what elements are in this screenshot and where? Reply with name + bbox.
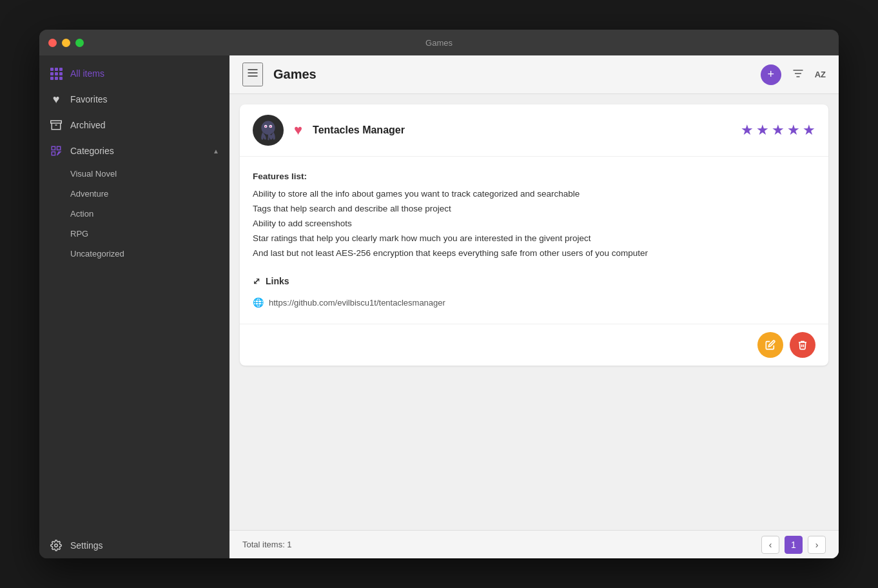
sidebar-item-uncategorized[interactable]: Uncategorized [39, 244, 229, 264]
categories-sub-items: Visual Novel Adventure Action RPG Uncate… [39, 164, 229, 264]
titlebar: Games [39, 30, 839, 55]
svg-point-12 [265, 126, 266, 127]
categories-label: Categories [70, 146, 205, 156]
links-label: Links [266, 274, 289, 289]
app-window: Games All items ♥ Favori [39, 30, 839, 558]
share-icon: ⤢ [253, 274, 260, 289]
feature-1: Ability to store all the info about game… [253, 187, 815, 202]
prev-page-button[interactable]: ‹ [761, 536, 779, 554]
sort-icon[interactable]: AZ [815, 70, 826, 79]
sidebar-sub-item-label: Uncategorized [70, 249, 124, 259]
svg-point-14 [263, 128, 274, 133]
add-button[interactable]: + [761, 64, 781, 85]
total-items-label: Total items: 1 [242, 540, 292, 549]
filter-icon[interactable] [792, 67, 805, 83]
game-card: ♥ Tentacles Manager ★ ★ ★ ★ ★ Features l… [240, 104, 828, 366]
svg-point-13 [270, 126, 271, 127]
card-actions [240, 324, 828, 366]
app-body: All items ♥ Favorites Archived [39, 55, 839, 558]
sidebar-item-label: Archived [70, 120, 105, 130]
features-heading: Features list: [253, 170, 815, 184]
svg-rect-0 [51, 121, 62, 123]
sidebar-item-all-items[interactable]: All items [39, 61, 229, 86]
globe-icon: 🌐 [253, 295, 264, 311]
sidebar-item-label: All items [70, 68, 104, 79]
feature-4: Star ratings that help you clearly mark … [253, 231, 815, 246]
feature-5: And last but not least AES-256 encryptio… [253, 246, 815, 261]
chevron-up-icon: ▲ [213, 148, 219, 155]
sidebar-item-action[interactable]: Action [39, 204, 229, 224]
settings-icon [50, 539, 63, 552]
star-3[interactable]: ★ [772, 122, 785, 139]
close-button[interactable] [48, 39, 57, 47]
next-page-button[interactable]: › [808, 536, 826, 554]
add-icon: + [767, 68, 774, 81]
avatar [253, 115, 284, 146]
links-section: ⤢ Links 🌐 https://github.com/evilbiscu1t… [253, 274, 815, 311]
favorite-heart-icon[interactable]: ♥ [294, 122, 302, 139]
sidebar-sub-item-label: RPG [70, 229, 88, 239]
categories-icon [50, 144, 63, 157]
sidebar-sub-item-label: Visual Novel [70, 169, 117, 179]
header-actions: + AZ [761, 64, 826, 85]
star-rating: ★ ★ ★ ★ ★ [741, 122, 815, 139]
card-body: Features list: Ability to store all the … [240, 157, 828, 324]
traffic-lights [48, 39, 84, 47]
sidebar-item-favorites[interactable]: ♥ Favorites [39, 86, 229, 112]
star-5[interactable]: ★ [803, 122, 815, 139]
sidebar-item-settings[interactable]: Settings [39, 533, 229, 558]
edit-button[interactable] [757, 332, 783, 358]
link-url: https://github.com/evilbiscu1t/tentacles… [269, 296, 445, 310]
link-item[interactable]: 🌐 https://github.com/evilbiscu1t/tentacl… [253, 295, 815, 311]
settings-label: Settings [70, 540, 103, 551]
card-header: ♥ Tentacles Manager ★ ★ ★ ★ ★ [240, 104, 828, 157]
heart-icon: ♥ [50, 93, 63, 106]
page-1-button[interactable]: 1 [785, 536, 803, 554]
delete-button[interactable] [790, 332, 815, 358]
menu-button[interactable] [242, 63, 263, 86]
minimize-button[interactable] [62, 39, 70, 47]
main-content: ♥ Tentacles Manager ★ ★ ★ ★ ★ Features l… [229, 94, 839, 530]
maximize-button[interactable] [75, 39, 84, 47]
links-heading: ⤢ Links [253, 274, 815, 289]
feature-2: Tags that help search and describe all t… [253, 202, 815, 217]
star-1[interactable]: ★ [741, 122, 754, 139]
star-4[interactable]: ★ [787, 122, 800, 139]
main-panel: Games + AZ [229, 55, 839, 558]
page-title: Games [273, 67, 750, 82]
sidebar-item-label: Favorites [70, 94, 108, 104]
main-header: Games + AZ [229, 55, 839, 94]
page-number: 1 [791, 540, 796, 550]
pagination: ‹ 1 › [761, 536, 826, 554]
window-title: Games [425, 38, 453, 48]
svg-point-2 [55, 544, 58, 547]
sidebar-item-adventure[interactable]: Adventure [39, 184, 229, 204]
sidebar-item-rpg[interactable]: RPG [39, 224, 229, 244]
sidebar: All items ♥ Favorites Archived [39, 55, 229, 558]
sidebar-item-categories[interactable]: Categories ▲ [39, 138, 229, 164]
sidebar-sub-item-label: Action [70, 209, 93, 219]
game-title: Tentacles Manager [313, 124, 730, 136]
feature-3: Ability to add screenshots [253, 217, 815, 231]
main-footer: Total items: 1 ‹ 1 › [229, 530, 839, 558]
sidebar-sub-item-label: Adventure [70, 189, 108, 199]
sidebar-item-archived[interactable]: Archived [39, 112, 229, 138]
star-2[interactable]: ★ [756, 122, 769, 139]
archive-icon [50, 119, 63, 132]
sidebar-item-visual-novel[interactable]: Visual Novel [39, 164, 229, 184]
grid-icon [50, 67, 63, 80]
